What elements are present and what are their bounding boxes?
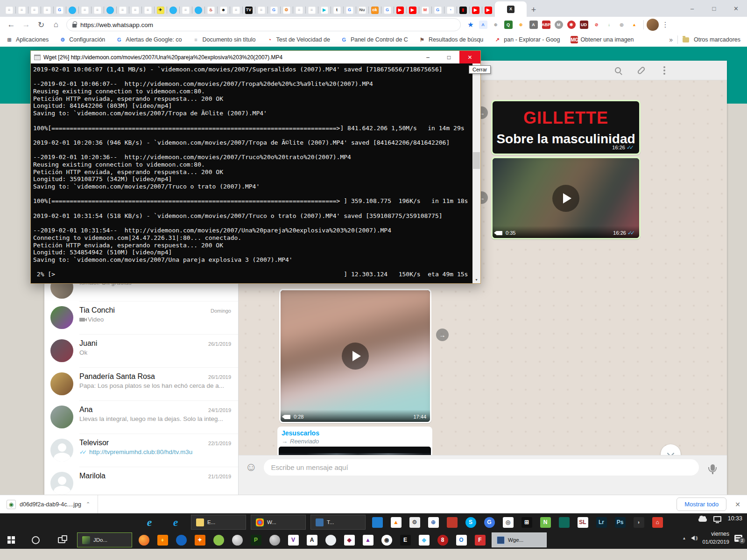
browser-tab[interactable] [66,3,78,17]
address-bar[interactable]: https://web.whatsapp.com [66,18,461,31]
play-button[interactable] [552,185,579,212]
task-view-button[interactable] [49,531,75,549]
terminal-maximize-button[interactable]: □ [438,51,459,63]
browser-tab[interactable]: G [381,3,394,17]
browser-tab[interactable] [104,3,116,17]
taskbar-tray-app-icon[interactable]: F [471,531,489,549]
bookmark-item[interactable]: G Panel de Control de C [340,36,408,43]
browser-tab[interactable]: ok [368,3,381,17]
taskbar-pinned-icon[interactable]: N [536,513,555,531]
taskbar-tray-app-icon[interactable]: 8 [433,531,452,549]
minimize-button[interactable]: – [681,0,703,17]
taskbar-tray-app-icon[interactable]: ◉ [377,531,396,549]
bookmarks-overflow-icon[interactable]: » [669,36,673,43]
url-text[interactable]: https://web.whatsapp.com [80,21,153,28]
extension-icon[interactable]: ✱ [565,19,578,31]
attach-icon[interactable] [635,65,647,76]
conversation-menu-icon[interactable] [659,65,670,76]
taskbar-pinned-icon[interactable]: S [461,513,480,531]
browser-tab[interactable]: ▶ [469,3,482,17]
browser-tab[interactable]: ≡ [293,3,305,17]
browser-tab[interactable]: G [431,3,444,17]
extension-icon[interactable]: Q [502,19,514,31]
mic-button[interactable] [705,459,719,476]
taskbar-tray-app-icon[interactable]: ♦ [153,531,172,549]
browser-tab[interactable]: ≡ [28,3,41,17]
extension-icon[interactable]: ↓ [603,19,615,31]
browser-tab[interactable]: ✈ [154,3,167,17]
browser-tab[interactable]: ≡ [15,3,28,17]
bookmark-item[interactable]: ◔ Test de Velocidad de [266,36,330,43]
message-image-gillette[interactable]: GILLETTE Sobre la masculinidad 16:26 [491,100,641,155]
clock-date-block[interactable]: viernes 01/02/2019 [702,530,729,546]
chat-list-item[interactable]: Marilola 21/1/2019 [44,467,238,495]
sender-name[interactable]: Jesuscarlos [279,428,431,437]
taskbar-pinned-icon[interactable] [555,513,573,531]
tray-expand-icon[interactable]: ▲ [683,536,686,540]
terminal-close-button[interactable]: ✕ [459,51,480,63]
taskbar-pinned-icon[interactable]: Ps [611,513,629,531]
taskbar-window-wget[interactable]: Wge... [492,532,547,547]
taskbar-tray-app-icon[interactable]: E [396,531,415,549]
terminal-minimize-button[interactable]: – [417,51,438,63]
browser-tab[interactable]: ≡ [305,3,318,17]
onedrive-icon[interactable] [698,518,707,522]
extension-icon[interactable]: ▲ [628,19,641,31]
browser-tab[interactable]: ≡ [255,3,268,17]
taskbar-pinned-icon[interactable]: ▲ [387,513,405,531]
browser-tab[interactable]: ▶ [318,3,331,17]
bookmark-item[interactable]: G Alertas de Google: co [115,36,182,43]
reload-button[interactable]: ↻ [34,17,49,32]
browser-tab[interactable]: Nu [356,3,368,17]
browser-tab[interactable]: t [331,3,343,17]
taskbar-pinned-icon[interactable]: ⊕ [424,513,443,531]
taskbar-pinned-icon[interactable]: G [480,513,499,531]
bookmark-item[interactable]: ⊞ Aplicaciones [6,36,49,43]
browser-tab[interactable]: TV [242,3,255,17]
taskbar-window-button[interactable]: T... [310,515,366,530]
extension-icon[interactable]: ⊘ [590,19,603,31]
bookmark-item[interactable]: ⚙ Configuración [59,36,105,43]
bookmark-star-icon[interactable]: ★ [465,19,477,31]
taskbar-tray-app-icon[interactable]: ✦ [190,531,209,549]
action-center-icon[interactable]: 2 [734,535,742,542]
new-tab-button[interactable]: + [527,3,541,17]
taskbar-tray-app-icon[interactable]: O [452,531,471,549]
browser-tab[interactable]: M [419,3,431,17]
cortana-button[interactable] [22,531,49,549]
forward-button[interactable]: → [19,17,34,32]
browser-tab[interactable]: ☻ [217,3,230,17]
scroll-to-bottom-button[interactable] [661,444,681,455]
chat-list-item[interactable]: Juani 26/1/2019 Ok [44,334,238,367]
browser-tab[interactable]: ▶ [394,3,406,17]
search-icon[interactable] [612,65,623,76]
browser-tab[interactable]: G [343,3,356,17]
browser-tab[interactable]: ▮ [457,3,469,17]
chat-list-item[interactable]: Televisor 22/1/2019 http://tvpremiumhd.c… [44,434,238,467]
other-bookmarks-label[interactable]: Otros marcadores [694,36,740,43]
play-button[interactable] [342,343,369,370]
browser-tab[interactable]: ▶ [482,3,494,17]
taskbar-tray-app-icon[interactable] [265,531,284,549]
taskbar-window-button[interactable]: W... [251,515,306,530]
message-forwarded[interactable]: Jesuscarlos → Reenviado [277,427,432,455]
taskbar-tray-app-icon[interactable] [134,531,153,549]
browser-menu-icon[interactable]: ⋮ [659,18,672,31]
browser-tab[interactable]: ≡ [78,3,91,17]
taskbar-window-button[interactable]: E... [191,515,246,530]
scrollbar-thumb[interactable] [473,152,480,169]
browser-tab[interactable]: ≡ [141,3,154,17]
message-video-out[interactable]: 0:35 16:26 [491,157,641,239]
bookmark-item[interactable]: IMG Obtener una imagen [571,36,634,43]
taskbar-pinned-icon[interactable]: ⊞ [517,513,536,531]
scroll-down-icon[interactable]: ▼ [472,276,480,283]
volume-icon[interactable]: )) [691,536,697,540]
browser-tab[interactable]: G [268,3,280,17]
back-button[interactable]: ← [4,17,19,32]
browser-tab[interactable]: ≡ [41,3,53,17]
taskbar-tray-app-icon[interactable] [172,531,190,549]
taskbar-pinned-icon[interactable]: ⚙ [405,513,424,531]
taskbar-pinned-icon[interactable]: ◎ [499,513,517,531]
taskbar-pinned-icon[interactable]: SL [573,513,592,531]
browser-tab[interactable]: ◔ [444,3,457,17]
